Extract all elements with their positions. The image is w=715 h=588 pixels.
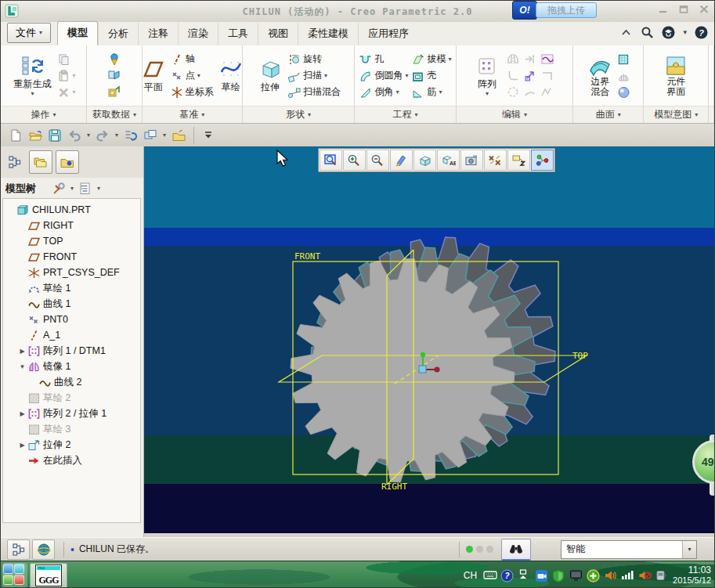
saved-view-list-button[interactable]: AB [437,150,460,171]
group-label-datum[interactable]: 基准▾ [143,106,242,123]
extrude-button[interactable]: 拉伸 [256,57,284,95]
datum-display-filters-button[interactable] [484,150,507,171]
tree-item[interactable]: PNT0 [3,312,140,327]
style-button[interactable] [617,85,630,99]
annotation-display-button[interactable] [507,150,530,171]
mirror-icon[interactable] [506,52,520,66]
favorites-tab[interactable] [56,150,79,174]
tab-7[interactable]: 应用程序 [358,23,418,45]
new-button[interactable] [9,128,23,142]
muted-volume-icon[interactable] [638,569,651,582]
view-images-button[interactable] [460,150,483,171]
taskbar-app-button[interactable]: FILE GGG [30,563,67,588]
fill-button[interactable] [617,52,630,67]
save-button[interactable] [48,128,62,142]
group-label-engineering[interactable]: 工程▾ [355,106,456,123]
tree-item[interactable]: RIGHT [3,218,140,233]
display-style-button[interactable] [413,150,436,171]
screen-capture-icon[interactable] [535,569,547,582]
point-button[interactable]: 点▾ [171,68,214,83]
extend-icon[interactable] [523,52,537,66]
tab-6[interactable]: 柔性建模 [298,23,358,45]
tab-2[interactable]: 注释 [138,23,178,45]
tree-expander[interactable]: ▶ [17,442,27,449]
close-window-button[interactable] [172,128,186,142]
chamfer-button[interactable]: 倒角▾ [359,85,408,99]
customize-toolbar-button[interactable] [202,128,216,142]
power-icon[interactable] [655,569,668,582]
zoom-out-button[interactable] [367,150,389,171]
tab-5[interactable]: 视图 [258,23,298,45]
hole-button[interactable]: 孔 [359,52,408,67]
refit-button[interactable] [320,150,342,171]
file-menu-button[interactable]: 文件▾ [7,23,51,43]
shrinkwrap-button[interactable] [107,85,121,99]
tree-item[interactable]: 草绘 1 [3,280,140,296]
axis-button[interactable]: 轴 [171,52,214,67]
close-button[interactable] [699,4,710,14]
tree-item[interactable]: ▼镜像 1 [3,359,140,374]
tree-item[interactable]: 曲线 1 [3,296,140,312]
group-label-operations[interactable]: 操作▾ [1,106,86,123]
sketch-button[interactable]: 草绘 [217,57,245,95]
tree-settings-icon[interactable] [52,182,66,196]
keyboard-icon[interactable] [483,569,496,582]
tree-item[interactable]: ▶阵列 1 / DTM1 [3,343,140,359]
regenerate-list-button[interactable] [124,128,138,142]
udf-button[interactable] [107,52,121,67]
shell-button[interactable]: 壳 [411,68,451,83]
merge-icon[interactable] [540,85,554,99]
revolve-button[interactable]: 旋转 [287,52,341,67]
help-tray-icon[interactable]: ? [500,569,513,582]
csys-button[interactable]: 坐标系 [171,85,214,99]
tree-item[interactable]: 在此插入 [3,453,140,468]
browser-button[interactable] [32,539,55,560]
redo-button[interactable] [96,128,110,142]
folder-browser-tab[interactable] [29,150,52,174]
rib-button[interactable]: 筋▾ [411,85,451,99]
zoom-in-button[interactable] [343,150,366,171]
display-icon[interactable] [569,569,582,582]
project-icon[interactable] [540,52,554,66]
open-button[interactable] [28,128,42,142]
restore-button[interactable] [678,4,689,14]
offset-icon[interactable] [523,69,537,82]
graphics-viewport[interactable]: FRONTTOPRIGHT AB 49 [144,146,715,533]
model-tree-tab[interactable] [4,151,26,173]
tree-item[interactable]: TOP [3,233,140,249]
solidify-icon[interactable] [506,85,520,99]
health-icon[interactable] [587,569,599,582]
tree-item[interactable]: PRT_CSYS_DEF [3,265,140,280]
sweep-button[interactable]: 扫描▾ [287,68,341,83]
tab-1[interactable]: 分析 [98,23,138,45]
intersect-icon[interactable] [523,85,537,99]
tree-item[interactable]: 草绘 3 [3,421,140,437]
tree-expander[interactable]: ▶ [17,348,27,355]
tree-item[interactable]: 草绘 2 [3,390,140,406]
minimize-button[interactable] [658,4,669,14]
help-icon[interactable]: ? [695,26,708,39]
undo-button[interactable] [67,128,81,142]
language-indicator[interactable]: CH [464,570,477,581]
copy-geometry-button[interactable] [107,68,121,83]
selection-filter-dropdown[interactable]: ▾ [682,541,696,558]
tab-0[interactable]: 模型 [57,21,98,45]
group-label-get-data[interactable]: 获取数据▾ [87,106,142,123]
repaint-button[interactable] [390,150,413,171]
resource-center-icon[interactable] [662,26,675,39]
weave-button[interactable] [617,68,630,83]
tree-item[interactable]: CHILUN.PRT [3,202,140,218]
search-icon[interactable] [641,26,654,39]
trim-icon[interactable] [506,69,520,82]
start-button[interactable] [2,563,27,588]
delete-button[interactable]: ▾ [57,85,76,99]
component-interface-button[interactable]: 元件界面 [662,54,690,98]
tree-item[interactable]: ▶阵列 2 / 拉伸 1 [3,406,140,421]
group-label-shapes[interactable]: 形状▾ [243,106,354,123]
taskbar-clock[interactable]: 11:03 2015/5/12 [673,565,711,586]
plane-button[interactable]: 平面 [139,57,168,95]
collapse-ribbon-icon[interactable] [619,26,633,39]
group-label-surfaces[interactable]: 曲面▾ [573,106,643,123]
tree-expander[interactable]: ▶ [17,410,27,417]
show-hidden-icons[interactable] [518,569,530,582]
